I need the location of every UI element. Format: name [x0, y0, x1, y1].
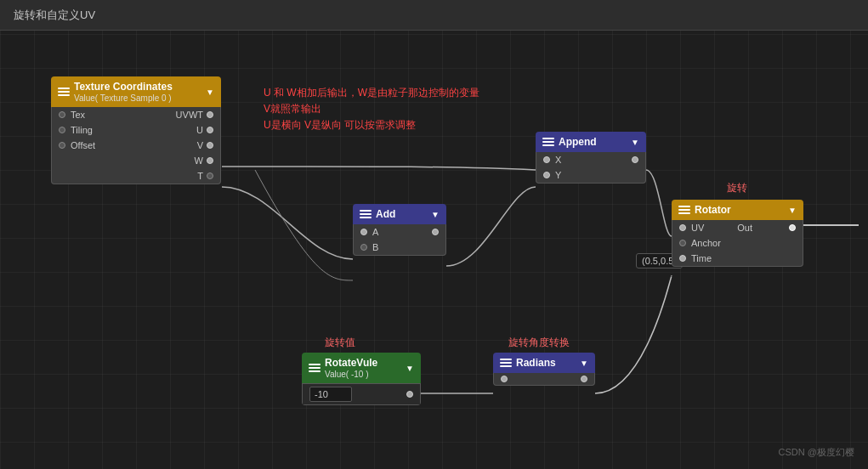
pin-row-y: Y [536, 167, 645, 183]
pin-row-tex: Tex UVWT [52, 107, 220, 122]
radians-chevron[interactable]: ▼ [580, 359, 588, 368]
node-rotator: Rotator ▼ UV Out Anchor Time [672, 200, 803, 267]
pin-tex-left[interactable] [59, 111, 65, 118]
pin-y-left[interactable] [543, 172, 550, 178]
title-text: 旋转和自定义UV [14, 8, 95, 23]
node-radians: Radians ▼ [493, 353, 595, 386]
pin-row-t: T [52, 168, 220, 184]
pin-anchor-left[interactable] [679, 240, 686, 246]
rotator-menu-icon[interactable] [678, 206, 690, 214]
add-chevron[interactable]: ▼ [431, 210, 440, 219]
add-menu-icon[interactable] [360, 210, 372, 218]
node-rotatevule-subtitle: Value( -10 ) [325, 370, 377, 379]
pin-x-left[interactable] [543, 156, 550, 163]
pin-uvwt-right[interactable] [207, 111, 213, 118]
value-row [303, 383, 420, 404]
pin-row-anchor: Anchor [672, 235, 803, 251]
pin-offset-left[interactable] [59, 142, 65, 149]
node-append-header[interactable]: Append ▼ [536, 132, 646, 152]
pin-uv-left[interactable] [679, 224, 686, 231]
node-append-title: Append [559, 136, 597, 148]
pin-rotator-out[interactable] [789, 224, 796, 231]
append-menu-icon[interactable] [542, 138, 554, 146]
pin-radians-left[interactable] [501, 376, 508, 382]
pin-b-left[interactable] [360, 244, 367, 251]
append-chevron[interactable]: ▼ [631, 138, 639, 147]
node-tex-coord-title: Texture Coordinates [74, 81, 173, 93]
title-bar: 旋转和自定义UV [0, 0, 868, 31]
pin-row-tiling: Tiling U [52, 122, 220, 138]
node-add-title: Add [376, 208, 395, 220]
rotator-chevron[interactable]: ▼ [788, 206, 797, 215]
chevron-icon[interactable]: ▼ [206, 88, 214, 97]
pin-v-right[interactable] [207, 142, 213, 149]
node-radians-header[interactable]: Radians ▼ [493, 353, 595, 373]
pin-row-b: B [354, 240, 445, 255]
node-radians-body [493, 373, 595, 386]
pin-row-time: Time [672, 251, 803, 266]
node-add-header[interactable]: Add ▼ [353, 204, 446, 224]
watermark: CSDN @极度幻樱 [779, 446, 854, 459]
node-tex-coord-header[interactable]: Texture Coordinates Value( Texture Sampl… [51, 76, 221, 107]
node-tex-coord-body: Tex UVWT Tiling U Offset V W T [51, 107, 221, 184]
node-add-body: A B [353, 224, 446, 256]
value-input[interactable] [309, 387, 352, 402]
node-rotatevule-title: RotateVule [325, 357, 377, 369]
pin-row-x: X [536, 152, 645, 167]
node-tex-coord-subtitle: Value( Texture Sample 0 ) [74, 93, 173, 103]
radians-menu-icon[interactable] [500, 359, 512, 367]
node-rotatevule-body [302, 383, 421, 405]
pin-t-right[interactable] [207, 172, 213, 179]
node-texture-coordinates: Texture Coordinates Value( Texture Sampl… [51, 76, 221, 184]
node-append: Append ▼ X Y [536, 132, 646, 184]
node-append-body: X Y [536, 152, 646, 184]
pin-w-right[interactable] [207, 157, 213, 164]
pin-u-right[interactable] [207, 127, 213, 133]
node-rotator-body: UV Out Anchor Time [672, 220, 803, 267]
node-rotatevule-header[interactable]: RotateVule Value( -10 ) ▼ [302, 353, 421, 383]
pin-append-out[interactable] [632, 156, 638, 163]
pin-row-radians [494, 373, 594, 385]
menu-icon[interactable] [58, 88, 70, 96]
node-rotatevule: RotateVule Value( -10 ) ▼ [302, 353, 421, 405]
node-add: Add ▼ A B [353, 204, 446, 256]
node-radians-title: Radians [516, 357, 556, 369]
pin-row-offset: Offset V [52, 138, 220, 153]
rotatevule-chevron[interactable]: ▼ [406, 364, 414, 373]
node-rotator-title: Rotator [695, 204, 731, 216]
pin-radians-right[interactable] [581, 376, 587, 382]
node-rotator-header[interactable]: Rotator ▼ [672, 200, 803, 220]
pin-tiling-left[interactable] [59, 127, 65, 133]
pin-add-out[interactable] [432, 229, 439, 235]
pin-row-uv: UV Out [672, 220, 803, 235]
pin-row-w: W [52, 153, 220, 168]
pin-a-left[interactable] [360, 229, 367, 235]
pin-time-left[interactable] [679, 255, 686, 262]
rotatevule-menu-icon[interactable] [309, 364, 321, 372]
pin-rotatevule-out[interactable] [406, 391, 413, 398]
pin-row-a: A [354, 224, 445, 240]
